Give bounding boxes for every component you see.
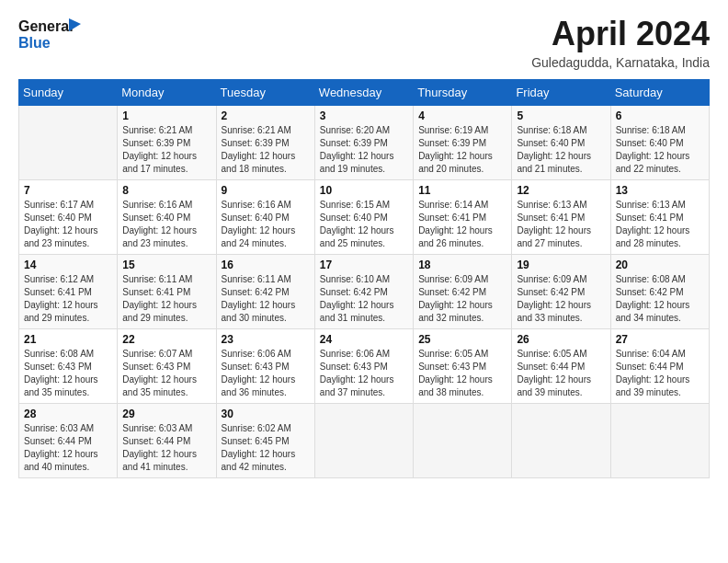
weekday-header-saturday: Saturday: [610, 80, 709, 106]
calendar-cell: 15Sunrise: 6:11 AM Sunset: 6:41 PM Dayli…: [118, 255, 216, 329]
day-info: Sunrise: 6:09 AM Sunset: 6:42 PM Dayligh…: [418, 273, 506, 325]
day-info: Sunrise: 6:07 AM Sunset: 6:43 PM Dayligh…: [122, 348, 210, 399]
day-info: Sunrise: 6:18 AM Sunset: 6:40 PM Dayligh…: [517, 124, 605, 176]
day-info: Sunrise: 6:06 AM Sunset: 6:43 PM Dayligh…: [320, 348, 408, 399]
svg-text:Blue: Blue: [18, 35, 51, 51]
day-number: 14: [24, 259, 112, 271]
day-number: 28: [24, 408, 112, 420]
logo-svg: GeneralBlue: [18, 15, 83, 52]
calendar-cell: 10Sunrise: 6:15 AM Sunset: 6:40 PM Dayli…: [314, 180, 413, 255]
day-info: Sunrise: 6:12 AM Sunset: 6:41 PM Dayligh…: [24, 273, 112, 325]
calendar-cell: [314, 404, 413, 478]
day-number: 17: [320, 259, 408, 271]
calendar-cell: 5Sunrise: 6:18 AM Sunset: 6:40 PM Daylig…: [512, 106, 610, 180]
header: GeneralBlue April 2024 Guledagudda, Karn…: [18, 15, 710, 70]
day-info: Sunrise: 6:16 AM Sunset: 6:40 PM Dayligh…: [122, 199, 210, 250]
day-number: 29: [122, 408, 210, 420]
calendar-week-row: 7Sunrise: 6:17 AM Sunset: 6:40 PM Daylig…: [19, 180, 710, 255]
day-info: Sunrise: 6:17 AM Sunset: 6:40 PM Dayligh…: [24, 199, 112, 250]
day-number: 2: [222, 109, 310, 122]
day-number: 4: [418, 109, 506, 122]
day-info: Sunrise: 6:21 AM Sunset: 6:39 PM Dayligh…: [122, 124, 210, 176]
calendar-week-row: 28Sunrise: 6:03 AM Sunset: 6:44 PM Dayli…: [19, 404, 710, 478]
calendar-cell: 13Sunrise: 6:13 AM Sunset: 6:41 PM Dayli…: [610, 180, 709, 255]
calendar-cell: 16Sunrise: 6:11 AM Sunset: 6:42 PM Dayli…: [216, 255, 314, 329]
day-info: Sunrise: 6:10 AM Sunset: 6:42 PM Dayligh…: [320, 273, 408, 325]
day-info: Sunrise: 6:15 AM Sunset: 6:40 PM Dayligh…: [320, 199, 408, 250]
title-area: April 2024 Guledagudda, Karnataka, India: [531, 15, 710, 70]
calendar-cell: 18Sunrise: 6:09 AM Sunset: 6:42 PM Dayli…: [414, 255, 512, 329]
day-info: Sunrise: 6:18 AM Sunset: 6:40 PM Dayligh…: [616, 124, 704, 176]
day-info: Sunrise: 6:13 AM Sunset: 6:41 PM Dayligh…: [616, 199, 704, 250]
calendar-cell: 29Sunrise: 6:03 AM Sunset: 6:44 PM Dayli…: [118, 404, 216, 478]
day-info: Sunrise: 6:11 AM Sunset: 6:42 PM Dayligh…: [222, 273, 310, 325]
calendar-cell: 8Sunrise: 6:16 AM Sunset: 6:40 PM Daylig…: [118, 180, 216, 255]
day-number: 7: [24, 184, 112, 197]
calendar-cell: [610, 404, 709, 478]
logo: GeneralBlue: [18, 15, 83, 52]
day-number: 12: [517, 184, 605, 197]
calendar-cell: 17Sunrise: 6:10 AM Sunset: 6:42 PM Dayli…: [314, 255, 413, 329]
weekday-header-sunday: Sunday: [19, 80, 118, 106]
day-info: Sunrise: 6:21 AM Sunset: 6:39 PM Dayligh…: [222, 124, 310, 176]
calendar-cell: 1Sunrise: 6:21 AM Sunset: 6:39 PM Daylig…: [118, 106, 216, 180]
day-number: 13: [616, 184, 704, 197]
calendar-cell: 19Sunrise: 6:09 AM Sunset: 6:42 PM Dayli…: [512, 255, 610, 329]
day-info: Sunrise: 6:02 AM Sunset: 6:45 PM Dayligh…: [222, 422, 310, 474]
day-info: Sunrise: 6:06 AM Sunset: 6:43 PM Dayligh…: [222, 348, 310, 399]
calendar-cell: 26Sunrise: 6:05 AM Sunset: 6:44 PM Dayli…: [512, 329, 610, 404]
day-info: Sunrise: 6:08 AM Sunset: 6:42 PM Dayligh…: [616, 273, 704, 325]
weekday-header-tuesday: Tuesday: [216, 80, 314, 106]
calendar-cell: 24Sunrise: 6:06 AM Sunset: 6:43 PM Dayli…: [314, 329, 413, 404]
day-number: 11: [418, 184, 506, 197]
day-info: Sunrise: 6:19 AM Sunset: 6:39 PM Dayligh…: [418, 124, 506, 176]
weekday-header-wednesday: Wednesday: [314, 80, 413, 106]
day-number: 30: [222, 408, 310, 420]
day-number: 27: [616, 333, 704, 346]
day-number: 20: [616, 259, 704, 271]
day-info: Sunrise: 6:14 AM Sunset: 6:41 PM Dayligh…: [418, 199, 506, 250]
calendar-cell: 3Sunrise: 6:20 AM Sunset: 6:39 PM Daylig…: [314, 106, 413, 180]
svg-marker-2: [69, 18, 81, 31]
day-info: Sunrise: 6:03 AM Sunset: 6:44 PM Dayligh…: [24, 422, 112, 474]
day-number: 19: [517, 259, 605, 271]
day-number: 8: [122, 184, 210, 197]
day-info: Sunrise: 6:16 AM Sunset: 6:40 PM Dayligh…: [222, 199, 310, 250]
calendar-cell: 30Sunrise: 6:02 AM Sunset: 6:45 PM Dayli…: [216, 404, 314, 478]
day-number: 10: [320, 184, 408, 197]
calendar-cell: 6Sunrise: 6:18 AM Sunset: 6:40 PM Daylig…: [610, 106, 709, 180]
calendar-cell: 28Sunrise: 6:03 AM Sunset: 6:44 PM Dayli…: [19, 404, 118, 478]
calendar-cell: [19, 106, 118, 180]
calendar-cell: 4Sunrise: 6:19 AM Sunset: 6:39 PM Daylig…: [414, 106, 512, 180]
day-number: 16: [222, 259, 310, 271]
day-number: 26: [517, 333, 605, 346]
calendar-cell: 21Sunrise: 6:08 AM Sunset: 6:43 PM Dayli…: [19, 329, 118, 404]
day-info: Sunrise: 6:11 AM Sunset: 6:41 PM Dayligh…: [122, 273, 210, 325]
day-number: 3: [320, 109, 408, 122]
day-info: Sunrise: 6:08 AM Sunset: 6:43 PM Dayligh…: [24, 348, 112, 399]
day-number: 5: [517, 109, 605, 122]
day-number: 21: [24, 333, 112, 346]
calendar-cell: 25Sunrise: 6:05 AM Sunset: 6:43 PM Dayli…: [414, 329, 512, 404]
day-info: Sunrise: 6:20 AM Sunset: 6:39 PM Dayligh…: [320, 124, 408, 176]
weekday-header-friday: Friday: [512, 80, 610, 106]
calendar-cell: 2Sunrise: 6:21 AM Sunset: 6:39 PM Daylig…: [216, 106, 314, 180]
day-number: 15: [122, 259, 210, 271]
weekday-header-thursday: Thursday: [414, 80, 512, 106]
calendar-cell: [414, 404, 512, 478]
svg-text:General: General: [18, 18, 74, 34]
day-info: Sunrise: 6:13 AM Sunset: 6:41 PM Dayligh…: [517, 199, 605, 250]
page-subtitle: Guledagudda, Karnataka, India: [531, 55, 710, 70]
weekday-header-monday: Monday: [118, 80, 216, 106]
day-info: Sunrise: 6:05 AM Sunset: 6:44 PM Dayligh…: [517, 348, 605, 399]
calendar-cell: 9Sunrise: 6:16 AM Sunset: 6:40 PM Daylig…: [216, 180, 314, 255]
calendar-cell: 22Sunrise: 6:07 AM Sunset: 6:43 PM Dayli…: [118, 329, 216, 404]
weekday-header-row: SundayMondayTuesdayWednesdayThursdayFrid…: [19, 80, 710, 106]
day-number: 25: [418, 333, 506, 346]
calendar-cell: 12Sunrise: 6:13 AM Sunset: 6:41 PM Dayli…: [512, 180, 610, 255]
day-info: Sunrise: 6:03 AM Sunset: 6:44 PM Dayligh…: [122, 422, 210, 474]
day-info: Sunrise: 6:09 AM Sunset: 6:42 PM Dayligh…: [517, 273, 605, 325]
day-info: Sunrise: 6:05 AM Sunset: 6:43 PM Dayligh…: [418, 348, 506, 399]
calendar-cell: 14Sunrise: 6:12 AM Sunset: 6:41 PM Dayli…: [19, 255, 118, 329]
calendar-cell: 7Sunrise: 6:17 AM Sunset: 6:40 PM Daylig…: [19, 180, 118, 255]
